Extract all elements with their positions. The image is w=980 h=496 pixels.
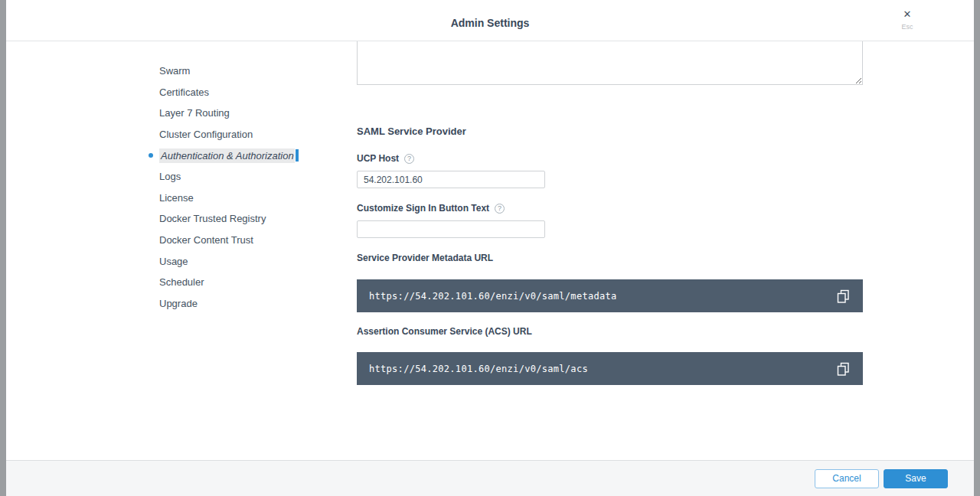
sidebar-item-docker-trusted-registry[interactable]: Docker Trusted Registry [159, 208, 335, 230]
ucp-host-input[interactable] [357, 171, 545, 188]
saml-config-textarea[interactable] [357, 41, 863, 85]
acs-url-label-row: Assertion Consumer Service (ACS) URL [357, 326, 532, 337]
acs-url-value: https://54.202.101.60/enzi/v0/saml/acs [369, 364, 835, 374]
save-button[interactable]: Save [884, 469, 948, 488]
sidebar-item-docker-content-trust[interactable]: Docker Content Trust [159, 230, 335, 251]
sign-in-button-label-row: Customize Sign In Button Text ? [357, 203, 505, 214]
sidebar-item-usage[interactable]: Usage [159, 250, 335, 272]
metadata-url-label-row: Service Provider Metadata URL [357, 253, 493, 263]
sidebar-item-swarm[interactable]: Swarm [159, 60, 335, 82]
sidebar-item-logs[interactable]: Logs [159, 166, 335, 188]
close-icon[interactable]: ✕ [896, 9, 919, 20]
sign-in-button-text-input[interactable] [357, 220, 545, 238]
modal-header: Admin Settings ✕ Esc [6, 0, 974, 41]
ucp-host-label: UCP Host [357, 153, 399, 164]
esc-hint-label: Esc [896, 23, 919, 31]
admin-settings-modal: Admin Settings ✕ Esc Swarm Certificates … [6, 0, 974, 496]
acs-copy-button[interactable] [835, 361, 851, 377]
ucp-host-help-icon[interactable]: ? [404, 154, 414, 164]
metadata-copy-button[interactable] [835, 289, 851, 304]
sign-in-button-label: Customize Sign In Button Text [357, 203, 489, 214]
sidebar-item-upgrade[interactable]: Upgrade [159, 293, 335, 315]
settings-nav: Swarm Certificates Layer 7 Routing Clust… [159, 60, 335, 314]
page-title: Admin Settings [6, 17, 974, 29]
modal-footer: Cancel Save [6, 460, 974, 496]
sidebar-item-scheduler[interactable]: Scheduler [159, 272, 335, 293]
sign-in-button-help-icon[interactable]: ? [495, 204, 505, 214]
copy-icon [836, 289, 851, 303]
ucp-host-label-row: UCP Host ? [357, 153, 414, 164]
settings-content: SAML Service Provider UCP Host ? Customi… [357, 41, 863, 460]
close-button[interactable]: ✕ Esc [896, 9, 919, 31]
active-item-bullet-icon [149, 153, 153, 158]
sidebar-item-certificates[interactable]: Certificates [159, 82, 335, 103]
acs-url-label: Assertion Consumer Service (ACS) URL [357, 326, 532, 337]
sidebar-item-cluster-configuration[interactable]: Cluster Configuration [159, 124, 335, 145]
sidebar-item-layer7-routing[interactable]: Layer 7 Routing [159, 103, 335, 124]
section-title: SAML Service Provider [357, 126, 466, 137]
sidebar-item-authentication-authorization[interactable]: Authentication & Authorization [159, 145, 335, 166]
acs-url-box: https://54.202.101.60/enzi/v0/saml/acs [357, 352, 863, 385]
metadata-url-box: https://54.202.101.60/enzi/v0/saml/metad… [357, 279, 863, 312]
copy-icon [836, 361, 851, 376]
metadata-url-label: Service Provider Metadata URL [357, 253, 493, 263]
active-item-cursor [296, 149, 299, 162]
cancel-button[interactable]: Cancel [815, 469, 879, 488]
metadata-url-value: https://54.202.101.60/enzi/v0/saml/metad… [369, 291, 835, 302]
sidebar-item-license[interactable]: License [159, 188, 335, 209]
